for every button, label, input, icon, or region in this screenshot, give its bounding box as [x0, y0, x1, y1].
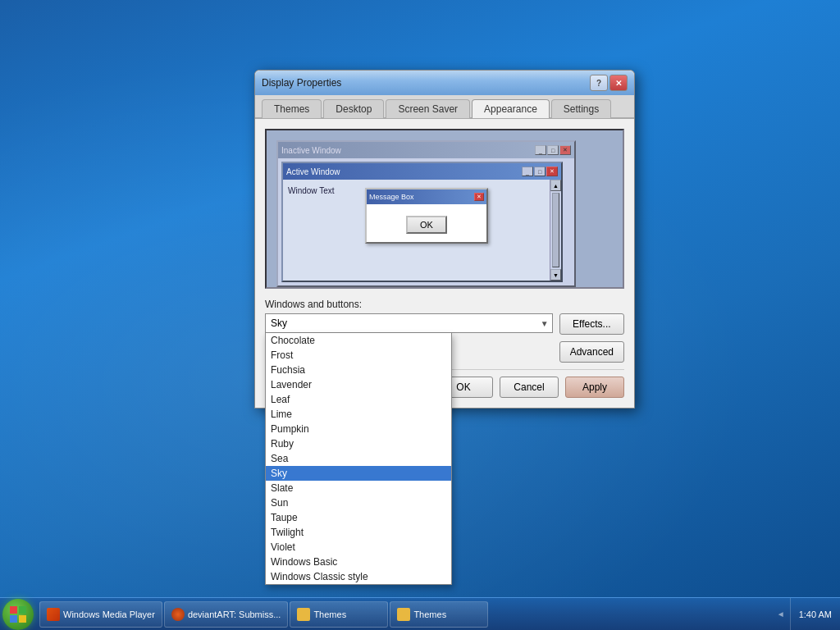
dropdown-item-ruby[interactable]: Ruby — [266, 436, 451, 451]
inactive-min-btn: _ — [535, 145, 546, 155]
advanced-button[interactable]: Advanced — [559, 341, 624, 363]
inactive-titlebar: Inactive Window _ □ ✕ — [278, 142, 574, 158]
dialog-title: Display Properties — [262, 77, 590, 89]
svg-rect-2 — [10, 615, 17, 623]
inactive-max-btn: □ — [547, 145, 559, 155]
dropdown-item-violet[interactable]: Violet — [266, 540, 451, 555]
dialog-controls: ? ✕ — [590, 75, 628, 91]
inactive-close-btn: ✕ — [559, 145, 571, 155]
right-buttons-panel: Effects... Advanced — [559, 313, 624, 363]
help-button[interactable]: ? — [590, 75, 608, 91]
tabs-bar: Themes Desktop Screen Saver Appearance S… — [255, 95, 634, 119]
effects-button[interactable]: Effects... — [559, 313, 624, 335]
taskbar-items: Windows Media Player deviantART: Submiss… — [36, 598, 772, 630]
dialog-body: Inactive Window _ □ ✕ Active Window — [255, 119, 634, 408]
firefox-icon — [171, 608, 185, 621]
dropdown-item-pumpkin[interactable]: Pumpkin — [266, 422, 451, 436]
taskbar-item-deviantart[interactable]: deviantART: Submiss... — [164, 601, 289, 628]
active-window-title: Active Window — [286, 167, 522, 176]
taskbar-item-media-player[interactable]: Windows Media Player — [39, 601, 162, 628]
clock-area: 1:40 AM — [790, 598, 840, 630]
close-button[interactable]: ✕ — [609, 75, 628, 91]
scroll-thumb — [552, 193, 559, 267]
dropdown-item-twilight[interactable]: Twilight — [266, 525, 451, 540]
tab-desktop[interactable]: Desktop — [323, 99, 384, 118]
cancel-button[interactable]: Cancel — [500, 377, 559, 398]
tab-settings[interactable]: Settings — [551, 99, 611, 118]
display-properties-dialog: Display Properties ? ✕ Themes Desktop Sc… — [254, 70, 635, 409]
dropdown-item-chocolate[interactable]: Chocolate — [266, 333, 451, 348]
folder-icon-1 — [297, 608, 310, 621]
window-text-label: Window Text — [288, 186, 335, 195]
dropdown-item-lime[interactable]: Lime — [266, 407, 451, 422]
dropdown-item-sea[interactable]: Sea — [266, 451, 451, 466]
message-box: Message Box ✕ OK — [365, 188, 488, 244]
taskbar-item-themes1[interactable]: Themes — [290, 601, 388, 628]
dropdown-item-lavender[interactable]: Lavender — [266, 377, 451, 392]
dropdown-item-frost[interactable]: Frost — [266, 348, 451, 363]
windows-logo-icon — [9, 605, 27, 623]
taskbar-item-themes2[interactable]: Themes — [390, 601, 488, 628]
tab-appearance[interactable]: Appearance — [472, 99, 550, 118]
dropdown-arrow-icon: ▼ — [541, 319, 549, 328]
tab-screen-saver[interactable]: Screen Saver — [386, 99, 470, 118]
dropdown-item-sun[interactable]: Sun — [266, 495, 451, 510]
dropdown-item-fuchsia[interactable]: Fuchsia — [266, 363, 451, 377]
dropdown-wrapper: Sky ▼ Chocolate Frost Fuchsia Lavender L… — [265, 313, 553, 333]
dropdown-item-windows-classic[interactable]: Windows Classic style — [266, 569, 451, 584]
active-max-btn: □ — [534, 167, 546, 176]
msgbox-ok-button[interactable]: OK — [406, 216, 447, 234]
svg-rect-0 — [10, 606, 17, 614]
dropdown-item-leaf[interactable]: Leaf — [266, 392, 451, 407]
media-player-icon — [47, 608, 60, 621]
scroll-up-btn: ▲ — [550, 180, 561, 191]
dropdown-item-slate[interactable]: Slate — [266, 481, 451, 495]
folder-icon-2 — [397, 608, 410, 621]
dropdown-item-windows-basic[interactable]: Windows Basic — [266, 555, 451, 569]
svg-rect-3 — [19, 615, 26, 623]
active-min-btn: _ — [522, 167, 533, 176]
msgbox-close-btn: ✕ — [474, 193, 484, 201]
nav-arrow-left[interactable]: ◄ — [777, 609, 785, 619]
style-dropdown-selected[interactable]: Sky ▼ — [265, 313, 553, 333]
scroll-down-btn: ▼ — [550, 269, 561, 281]
clock-display: 1:40 AM — [799, 609, 832, 619]
preview-inactive-window: Inactive Window _ □ ✕ Active Window — [276, 140, 576, 287]
tab-themes[interactable]: Themes — [262, 99, 322, 118]
taskbar: Windows Media Player deviantART: Submiss… — [0, 597, 840, 630]
svg-rect-1 — [19, 606, 26, 614]
style-dropdown-list[interactable]: Chocolate Frost Fuchsia Lavender Leaf Li… — [265, 333, 452, 585]
preview-area: Inactive Window _ □ ✕ Active Window — [265, 129, 624, 289]
active-close-btn: ✕ — [546, 167, 558, 176]
msgbox-title: Message Box — [369, 193, 474, 201]
dropdown-item-taupe[interactable]: Taupe — [266, 510, 451, 525]
inactive-titlebar-buttons: _ □ ✕ — [535, 145, 571, 155]
notification-area: ◄ — [772, 609, 790, 619]
preview-scrollbar: ▲ ▼ — [550, 180, 561, 281]
windows-buttons-section: Windows and buttons: Sky ▼ Chocolate Fro… — [265, 299, 624, 363]
inactive-window-title: Inactive Window — [281, 146, 535, 155]
apply-button[interactable]: Apply — [565, 377, 624, 398]
dropdown-item-sky[interactable]: Sky — [266, 466, 451, 481]
dialog-titlebar[interactable]: Display Properties ? ✕ — [255, 71, 634, 95]
start-button[interactable] — [2, 599, 34, 630]
windows-buttons-label: Windows and buttons: — [265, 299, 624, 310]
